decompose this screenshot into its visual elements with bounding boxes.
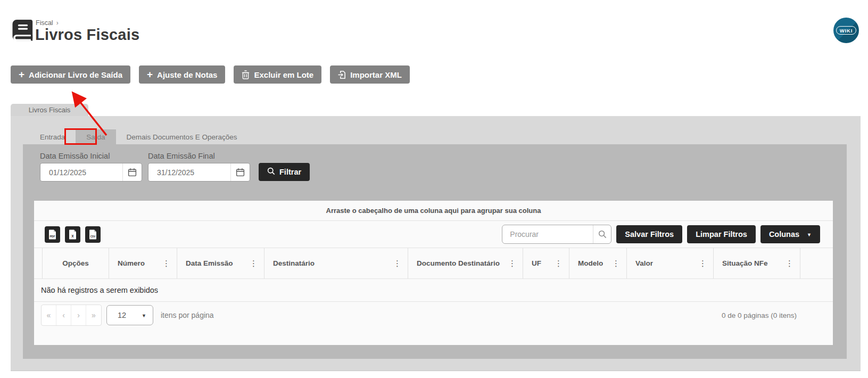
tab-entrada[interactable]: Entrada	[29, 129, 76, 145]
tab-demais-documentos[interactable]: Demais Documentos E Operações	[116, 129, 248, 145]
calendar-icon[interactable]	[230, 163, 250, 181]
first-page-button[interactable]: «	[42, 305, 56, 325]
column-menu-icon[interactable]: ⋮	[247, 259, 260, 268]
filtrar-button[interactable]: Filtrar	[259, 163, 310, 181]
end-date-input[interactable]	[148, 168, 230, 177]
column-header-opcoes[interactable]: Opções	[43, 248, 109, 278]
tab-livros-fiscais[interactable]: Livros Fiscais	[11, 104, 88, 116]
calendar-icon[interactable]	[122, 163, 142, 181]
search-icon[interactable]	[593, 225, 611, 243]
column-menu-icon[interactable]: ⋮	[160, 259, 172, 268]
grid-header-row: Opções Número ⋮ Data Emissão ⋮ Destinatá…	[34, 248, 833, 278]
grid-search-input[interactable]	[502, 230, 593, 239]
data-grid: Arraste o cabeçalho de uma coluna aqui p…	[34, 201, 833, 345]
saida-tab-pane: Data Emissão Inicial Data Emissão Final	[23, 144, 847, 359]
chevron-down-icon: ▼	[142, 313, 146, 318]
book-icon	[11, 19, 35, 45]
last-page-button[interactable]: »	[86, 305, 101, 325]
chevron-right-icon: ›	[56, 19, 59, 27]
trash-icon	[242, 70, 250, 79]
livros-fiscais-panel: Entrada Saída Demais Documentos E Operaç…	[11, 116, 861, 371]
end-date-label: Data Emissão Final	[148, 152, 250, 160]
pager-info: 0 de 0 páginas (0 itens)	[722, 311, 797, 319]
grid-pager: « ‹ › » 12 ▼ itens por página 0 de 0 pág…	[34, 301, 833, 328]
export-excel-button[interactable]: X	[65, 226, 80, 243]
chevron-down-icon: ▼	[807, 232, 812, 237]
start-date-label: Data Emissão Inicial	[40, 152, 142, 160]
column-menu-icon[interactable]: ⋮	[697, 259, 709, 268]
file-import-icon	[338, 70, 346, 79]
action-button-row: + Adicionar Livro de Saída + Ajuste de N…	[11, 65, 410, 84]
svg-text:X: X	[71, 234, 74, 238]
filter-bar: Data Emissão Inicial Data Emissão Final	[40, 152, 310, 182]
salvar-filtros-button[interactable]: Salvar Filtros	[616, 225, 682, 243]
export-pdf-button[interactable]: PDF	[45, 226, 60, 243]
search-icon	[267, 167, 275, 177]
add-livro-saida-button[interactable]: + Adicionar Livro de Saída	[11, 65, 130, 84]
colunas-button[interactable]: Colunas ▼	[760, 225, 820, 243]
column-header-destinatario[interactable]: Destinatário ⋮	[264, 248, 408, 278]
tab-saida[interactable]: Saída	[76, 129, 115, 145]
livros-fiscais-page: Fiscal › Livros Fiscais WIKI + Adicionar…	[0, 0, 868, 378]
grid-toolbar: PDF X	[34, 221, 833, 248]
page-size-suffix: itens por página	[161, 311, 214, 319]
export-csv-button[interactable]: CSV	[85, 226, 101, 243]
column-header-data-emissao[interactable]: Data Emissão ⋮	[177, 248, 264, 278]
start-date-input[interactable]	[40, 168, 122, 177]
importar-xml-button[interactable]: Importar XML	[330, 65, 410, 84]
wiki-badge[interactable]: WIKI	[833, 18, 859, 43]
breadcrumb[interactable]: Fiscal ›	[36, 19, 59, 27]
page-size-select[interactable]: 12 ▼	[106, 305, 153, 325]
next-page-button[interactable]: ›	[71, 305, 86, 325]
toolbar-right: Salvar Filtros Limpar Filtros Colunas ▼	[502, 225, 820, 244]
column-header-uf[interactable]: UF ⋮	[523, 248, 569, 278]
svg-text:CSV: CSV	[90, 235, 96, 238]
export-buttons: PDF X	[45, 226, 101, 243]
column-header-modelo[interactable]: Modelo ⋮	[569, 248, 627, 278]
group-by-bar[interactable]: Arraste o cabeçalho de uma coluna aqui p…	[34, 201, 833, 221]
end-date-field	[148, 163, 250, 182]
start-date-field	[40, 163, 142, 182]
wiki-badge-label: WIKI	[836, 26, 856, 35]
pager-nav: « ‹ › »	[41, 305, 102, 326]
column-header-situacao-nfe[interactable]: Situação NFe ⋮	[714, 248, 800, 278]
empty-rows-message: Não há registros a serem exibidos	[34, 278, 833, 301]
prev-page-button[interactable]: ‹	[56, 305, 71, 325]
column-header-documento-destinatario[interactable]: Documento Destinatário ⋮	[408, 248, 523, 278]
column-menu-icon[interactable]: ⋮	[610, 259, 622, 268]
grid-search-field	[502, 225, 611, 244]
excluir-em-lote-button[interactable]: Excluir em Lote	[234, 65, 321, 84]
column-menu-icon[interactable]: ⋮	[506, 259, 518, 268]
column-menu-icon[interactable]: ⋮	[783, 259, 796, 268]
column-menu-icon[interactable]: ⋮	[552, 259, 565, 268]
svg-text:PDF: PDF	[50, 235, 55, 238]
plus-icon: +	[19, 69, 24, 79]
page-title: Livros Fiscais	[35, 26, 139, 44]
header-spacer	[34, 248, 43, 278]
ajuste-de-notas-button[interactable]: + Ajuste de Notas	[139, 65, 225, 84]
column-header-valor[interactable]: Valor ⋮	[627, 248, 714, 278]
header-scrollbar-stub	[800, 248, 833, 278]
column-header-numero[interactable]: Número ⋮	[109, 248, 177, 278]
column-menu-icon[interactable]: ⋮	[391, 259, 403, 268]
breadcrumb-item[interactable]: Fiscal	[36, 19, 53, 27]
plus-icon: +	[147, 69, 153, 79]
inner-tabstrip: Entrada Saída Demais Documentos E Operaç…	[29, 129, 247, 145]
limpar-filtros-button[interactable]: Limpar Filtros	[687, 225, 756, 243]
